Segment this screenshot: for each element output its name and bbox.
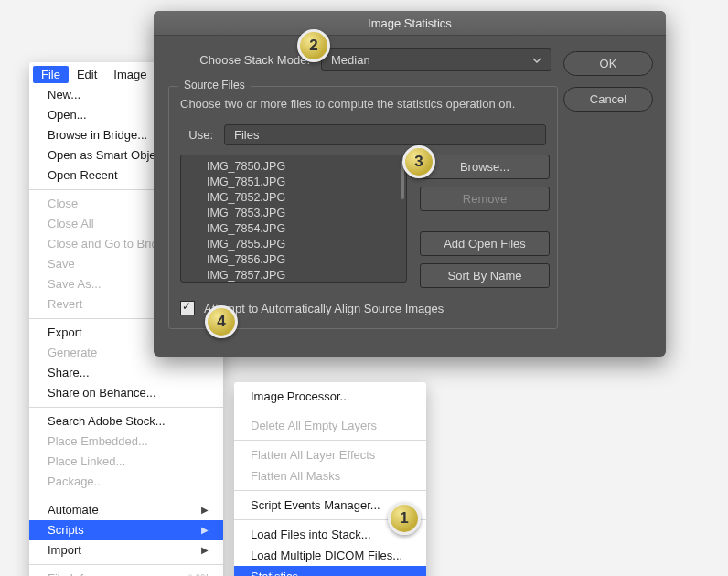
file-list[interactable]: IMG_7850.JPG IMG_7851.JPG IMG_7852.JPG I… [180, 155, 407, 283]
file-place-linked: Place Linked... [29, 452, 223, 472]
file-row[interactable]: IMG_7854.JPG [207, 221, 401, 237]
use-value: Files [234, 128, 259, 142]
auto-align-checkbox[interactable] [180, 301, 195, 315]
source-files-info: Choose two or more files to compute the … [180, 96, 546, 112]
file-row[interactable]: IMG_7856.JPG [207, 252, 401, 268]
file-automate[interactable]: Automate▶ [29, 500, 223, 520]
file-row[interactable]: IMG_7850.JPG [207, 159, 401, 175]
scripts-submenu-panel: Image Processor... Delete All Empty Laye… [234, 382, 426, 576]
source-files-group: Source Files Choose two or more files to… [168, 86, 558, 329]
file-row[interactable]: IMG_7855.JPG [207, 237, 401, 252]
stack-mode-value: Median [331, 53, 370, 67]
stack-mode-label: Choose Stack Mode: [168, 53, 310, 67]
file-import[interactable]: Import▶ [29, 540, 223, 560]
file-share-behance[interactable]: Share on Behance... [29, 383, 223, 403]
callout-badge-3: 3 [402, 145, 435, 178]
file-row[interactable]: IMG_7853.JPG [207, 206, 401, 221]
submenu-arrow-icon: ▶ [201, 543, 209, 558]
file-scripts[interactable]: Scripts▶ [29, 520, 223, 540]
menubar-image[interactable]: Image [105, 66, 155, 83]
chevron-down-icon [532, 56, 541, 65]
file-place-embedded: Place Embedded... [29, 432, 223, 452]
source-files-legend: Source Files [178, 79, 251, 91]
stack-mode-select[interactable]: Median [321, 48, 551, 71]
scripts-delete-empty: Delete All Empty Layers [234, 415, 426, 436]
menubar-file[interactable]: File [33, 66, 69, 83]
dialog-title: Image Statistics [154, 11, 666, 36]
scripts-image-processor[interactable]: Image Processor... [234, 386, 426, 407]
file-info-shortcut: ⌥⇧⌘I [173, 571, 209, 576]
use-label: Use: [180, 128, 213, 142]
file-share[interactable]: Share... [29, 363, 223, 383]
file-row[interactable]: IMG_7851.JPG [207, 175, 401, 190]
file-info: File Info... ⌥⇧⌘I [29, 569, 223, 576]
browse-button[interactable]: Browse... [420, 155, 550, 179]
use-select[interactable]: Files [224, 124, 546, 145]
menubar-edit[interactable]: Edit [69, 66, 105, 83]
callout-badge-1: 1 [388, 502, 421, 535]
image-statistics-dialog: Image Statistics OK Cancel Choose Stack … [154, 11, 666, 357]
file-row[interactable]: IMG_7857.JPG [207, 268, 401, 283]
add-open-files-button[interactable]: Add Open Files [420, 231, 550, 256]
submenu-arrow-icon: ▶ [201, 523, 209, 538]
file-search-stock[interactable]: Search Adobe Stock... [29, 411, 223, 432]
scripts-flatten-fx: Flatten All Layer Effects [234, 444, 426, 465]
callout-badge-4: 4 [205, 305, 238, 338]
remove-button: Remove [420, 187, 550, 211]
scripts-flatten-masks: Flatten All Masks [234, 465, 426, 486]
file-row[interactable]: IMG_7852.JPG [207, 190, 401, 206]
callout-badge-2: 2 [297, 29, 330, 62]
sort-by-name-button[interactable]: Sort By Name [420, 263, 550, 288]
scripts-statistics[interactable]: Statistics... [234, 566, 426, 576]
scripts-load-dicom[interactable]: Load Multiple DICOM Files... [234, 545, 426, 566]
auto-align-label: Attempt to Automatically Align Source Im… [204, 302, 444, 315]
submenu-arrow-icon: ▶ [201, 503, 209, 517]
file-package: Package... [29, 472, 223, 492]
